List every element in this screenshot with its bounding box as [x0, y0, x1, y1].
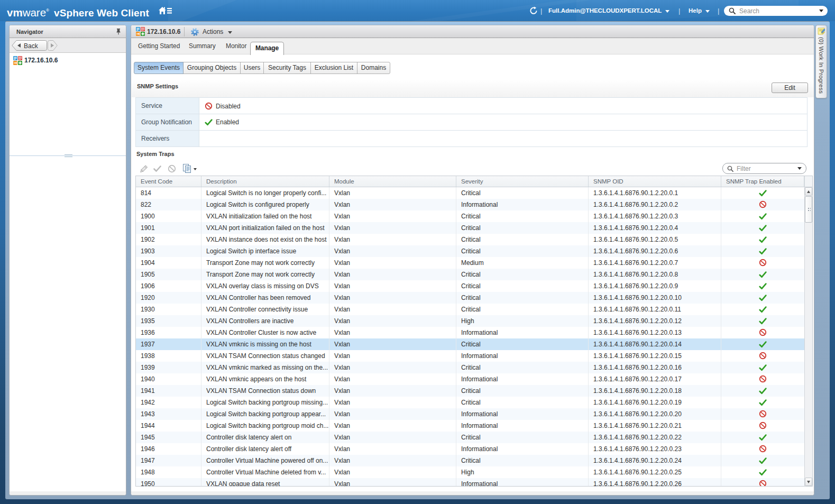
- trap-row-1920[interactable]: 1920VXLAN Controller has been removedVxl…: [136, 292, 804, 304]
- module-cell: Vxlan: [329, 234, 456, 245]
- filter-box[interactable]: [722, 163, 806, 174]
- trap-enabled-icon: [721, 187, 804, 199]
- subtab-exclusion-list[interactable]: Exclusion List: [310, 62, 357, 74]
- tab-monitor[interactable]: Monitor: [226, 38, 246, 54]
- column-header-severity[interactable]: Severity: [456, 176, 589, 187]
- trap-row-1937[interactable]: 1937VXLAN vmknic is missing on the hostV…: [136, 338, 804, 350]
- trap-row-1902[interactable]: 1902VXLAN instance does not exist on the…: [136, 234, 804, 245]
- help-menu-label: Help: [689, 7, 702, 14]
- trap-row-1901[interactable]: 1901VXLAN port initialization failed on …: [136, 222, 804, 234]
- trap-row-1950[interactable]: 1950VXLAN opaque data resetVxlanInformat…: [136, 478, 804, 486]
- event-code-cell: 1940: [136, 373, 201, 385]
- snmp-oid-cell: 1.3.6.1.4.1.6876.90.1.2.20.0.17: [589, 373, 721, 385]
- subtab-domains[interactable]: Domains: [357, 62, 390, 74]
- trap-row-1940[interactable]: 1940VXLAN vmknic appears on the hostVxla…: [136, 373, 804, 385]
- trap-row-1943[interactable]: 1943Logical Switch backing portgroup app…: [136, 408, 804, 420]
- subtab-system-events[interactable]: System Events: [134, 62, 183, 74]
- trap-row-1947[interactable]: 1947Controller Virtual Machine powered o…: [136, 455, 804, 466]
- trap-row-1941[interactable]: 1941VXLAN TSAM Connection status downVxl…: [136, 385, 804, 397]
- enable-trap-icon[interactable]: [153, 166, 161, 174]
- event-code-cell: 1902: [136, 234, 201, 245]
- column-header-snmp-oid[interactable]: SNMP OID: [589, 176, 721, 187]
- trap-row-1900[interactable]: 1900VXLAN initialization failed on the h…: [136, 210, 804, 222]
- tab-summary[interactable]: Summary: [189, 38, 216, 54]
- navigator-splitter[interactable]: [10, 155, 126, 157]
- subtab-security-tags[interactable]: Security Tags: [263, 62, 311, 74]
- subtab-grouping-objects[interactable]: Grouping Objects: [183, 62, 241, 74]
- trap-enabled-icon: [721, 280, 804, 292]
- event-code-cell: 1945: [136, 432, 201, 443]
- filter-dropdown-icon[interactable]: [797, 167, 802, 170]
- event-code-cell: 1947: [136, 455, 201, 466]
- help-menu[interactable]: Help: [689, 0, 710, 21]
- edit-trap-icon[interactable]: [139, 164, 148, 176]
- tab-getting-started[interactable]: Getting Started: [138, 38, 180, 54]
- pin-icon[interactable]: [115, 28, 122, 36]
- trap-row-1905[interactable]: 1905Transport Zone may not work correctl…: [136, 269, 804, 280]
- search-input[interactable]: [739, 7, 819, 15]
- settings-value: [200, 131, 807, 146]
- trap-row-1938[interactable]: 1938VXLAN TSAM Connection status changed…: [136, 350, 804, 362]
- back-button[interactable]: Back: [12, 40, 47, 51]
- trap-row-1930[interactable]: 1930VXLAN Controller connectivity issueV…: [136, 304, 804, 315]
- scroll-down-button[interactable]: [805, 478, 812, 486]
- refresh-icon[interactable]: [529, 0, 538, 21]
- search-icon: [729, 7, 736, 14]
- event-code-cell: 1944: [136, 420, 201, 432]
- actions-menu[interactable]: Actions: [190, 27, 232, 36]
- global-search[interactable]: [724, 6, 828, 16]
- trap-row-1944[interactable]: 1944Logical Switch backing portgroup moi…: [136, 420, 804, 432]
- column-header-snmp-trap-enabled[interactable]: SNMP Trap Enabled: [721, 176, 804, 187]
- trap-row-1948[interactable]: 1948Controller Virtual Machine deleted f…: [136, 466, 804, 478]
- user-menu[interactable]: Full.Admin@THECLOUDXPERT.LOCAL: [548, 0, 669, 21]
- snmp-oid-cell: 1.3.6.1.4.1.6876.90.1.2.20.0.7: [589, 257, 721, 269]
- trap-row-1939[interactable]: 1939VXLAN vmknic marked as missing on th…: [136, 362, 804, 373]
- severity-cell: Medium: [456, 257, 589, 269]
- module-cell: Vxlan: [329, 408, 456, 420]
- module-cell: Vxlan: [329, 280, 456, 292]
- snmp-oid-cell: 1.3.6.1.4.1.6876.90.1.2.20.0.10: [589, 292, 721, 304]
- main-panel: 172.16.10.6 Actions Getting StartedSumma…: [131, 25, 814, 496]
- trap-row-1945[interactable]: 1945Controller disk latency alert onVxla…: [136, 432, 804, 443]
- snmp-oid-cell: 1.3.6.1.4.1.6876.90.1.2.20.0.18: [589, 385, 721, 397]
- module-cell: Vxlan: [329, 327, 456, 338]
- export-dropdown-icon[interactable]: [194, 168, 197, 170]
- event-code-cell: 1935: [136, 315, 201, 327]
- forward-button[interactable]: [48, 40, 58, 51]
- trap-enabled-icon: [721, 385, 804, 397]
- event-code-cell: 814: [136, 187, 201, 199]
- trap-row-1935[interactable]: 1935VXLAN Controllers are inactiveVxlanH…: [136, 315, 804, 327]
- description-cell: VXLAN opaque data reset: [201, 478, 329, 486]
- chevron-down-icon: [705, 10, 710, 13]
- edit-button[interactable]: Edit: [772, 83, 808, 93]
- column-header-event-code[interactable]: Event Code: [136, 176, 201, 187]
- filter-search-icon: [727, 166, 733, 172]
- scrollbar-thumb[interactable]: [805, 196, 812, 223]
- trap-disabled-icon: [721, 257, 804, 269]
- tree-item-vcenter[interactable]: 172.16.10.6: [10, 54, 126, 66]
- trap-row-1904[interactable]: 1904Transport Zone may not work correctl…: [136, 257, 804, 269]
- vertical-scrollbar[interactable]: [804, 187, 812, 486]
- export-icon[interactable]: [182, 163, 192, 175]
- trap-row-1942[interactable]: 1942Logical Switch backing portgroup mis…: [136, 397, 804, 408]
- column-header-description[interactable]: Description: [201, 176, 329, 187]
- trap-row-1906[interactable]: 1906VXLAN overlay class is missing on DV…: [136, 280, 804, 292]
- filter-input[interactable]: [737, 165, 797, 172]
- trap-row-814[interactable]: 814Logical Switch is no longer properly …: [136, 187, 804, 199]
- trap-row-822[interactable]: 822Logical Switch is configured properly…: [136, 199, 804, 210]
- work-in-progress-tab[interactable]: (0) Work In Progress: [815, 25, 827, 98]
- search-dropdown-icon[interactable]: [819, 10, 823, 12]
- severity-cell: Informational: [456, 350, 589, 362]
- actions-label: Actions: [203, 28, 223, 35]
- snmp-oid-cell: 1.3.6.1.4.1.6876.90.1.2.20.0.13: [589, 327, 721, 338]
- module-cell: Vxlan: [329, 199, 456, 210]
- trap-row-1936[interactable]: 1936VXLAN Controller Cluster is now acti…: [136, 327, 804, 338]
- trap-row-1903[interactable]: 1903Logical Switch ip interface issueVxl…: [136, 245, 804, 257]
- column-header-module[interactable]: Module: [329, 176, 456, 187]
- disable-trap-icon[interactable]: [168, 164, 176, 175]
- tab-manage[interactable]: Manage: [250, 42, 284, 55]
- trap-row-1946[interactable]: 1946Controller disk latency alert offVxl…: [136, 443, 804, 455]
- scroll-up-button[interactable]: [805, 187, 812, 196]
- subtab-users[interactable]: Users: [240, 62, 264, 74]
- module-cell: Vxlan: [329, 245, 456, 257]
